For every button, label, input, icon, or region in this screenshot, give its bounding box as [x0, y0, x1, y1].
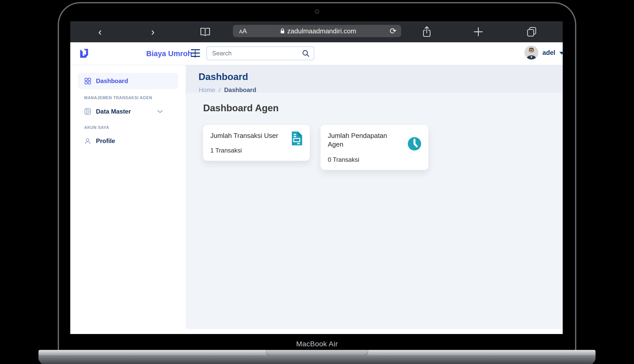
- app-logo[interactable]: [78, 48, 90, 60]
- card-jumlah-transaksi-user[interactable]: Jumlah Transaksi User: [203, 125, 310, 161]
- forward-button[interactable]: ›: [148, 21, 158, 42]
- card-value: 1 Transaksi: [210, 147, 242, 154]
- content-panel: Dashboard Agen Jumlah Transaksi User: [186, 93, 563, 329]
- lock-icon: [280, 28, 285, 34]
- search-icon[interactable]: [302, 49, 310, 57]
- sidebar-item-data-master[interactable]: Data Master: [78, 103, 178, 120]
- book-icon: [200, 27, 210, 36]
- section-heading: Dashboard Agen: [203, 103, 279, 114]
- app-header: Biaya Umroh |: [70, 42, 563, 65]
- sidebar-item-label: Dashboard: [96, 77, 128, 85]
- app-body: Dashboard MANAJEMEN TRANSAKSI AGEN Data …: [70, 65, 563, 329]
- sidebar-item-label: Profile: [96, 137, 115, 145]
- browser-window: ‹ › AA zadulmaadmandiri.com: [70, 21, 563, 334]
- avatar: [524, 46, 538, 59]
- page-title: Dashboard: [199, 72, 248, 82]
- tabs-icon: [527, 26, 537, 37]
- card-title: Jumlah Transaksi User: [210, 132, 303, 140]
- user-name: adel: [542, 49, 555, 56]
- new-tab-button[interactable]: [473, 21, 484, 42]
- search-box: [206, 46, 314, 60]
- webcam-dot: [315, 9, 319, 14]
- browser-toolbar: ‹ › AA zadulmaadmandiri.com: [70, 21, 563, 42]
- forward-icon: ›: [151, 27, 154, 37]
- text-size-button[interactable]: AA: [239, 27, 247, 35]
- url-text: zadulmaadmandiri.com: [287, 27, 356, 35]
- app-footer-strip: [70, 329, 563, 334]
- brand-title[interactable]: Biaya Umroh |: [146, 42, 196, 65]
- share-button[interactable]: [421, 21, 432, 42]
- card-jumlah-pendapatan-agen[interactable]: Jumlah Pendapatan Agen 0 Transaksi: [321, 125, 428, 170]
- sidebar: Dashboard MANAJEMEN TRANSAKSI AGEN Data …: [70, 65, 186, 329]
- sidebar-item-label: Data Master: [96, 108, 131, 115]
- card-value: 0 Transaksi: [328, 156, 359, 163]
- plus-icon: [473, 27, 483, 37]
- caret-down-icon: [559, 52, 564, 55]
- sidebar-item-profile[interactable]: Profile: [78, 133, 178, 149]
- address-bar[interactable]: AA zadulmaadmandiri.com ⟳: [233, 25, 401, 37]
- laptop-base-body: [38, 355, 596, 364]
- macbook-mockup: ‹ › AA zadulmaadmandiri.com: [0, 0, 634, 364]
- share-icon: [422, 26, 431, 38]
- clock-icon: [407, 137, 422, 152]
- tab-overview-button[interactable]: [526, 21, 537, 42]
- chevron-down-icon: [157, 110, 163, 113]
- person-icon: [84, 137, 91, 145]
- invoice-icon: [291, 131, 303, 147]
- sidebar-toggle-button[interactable]: [191, 49, 200, 57]
- main-content: Dashboard Home / Dashboard Dashboard Age…: [186, 65, 563, 329]
- sidebar-section-akun: AKUN SAYA: [84, 125, 109, 130]
- user-menu[interactable]: adel: [524, 46, 564, 59]
- brand-logo-icon: [78, 48, 90, 59]
- stat-cards: Jumlah Transaksi User: [203, 125, 428, 170]
- reload-button[interactable]: ⟳: [390, 27, 397, 35]
- device-label: MacBook Air: [0, 340, 634, 348]
- back-icon: ‹: [98, 27, 102, 37]
- url-area: zadulmaadmandiri.com: [247, 27, 390, 35]
- dashboard-grid-icon: [84, 77, 91, 85]
- sidebar-section-transaksi: MANAJEMEN TRANSAKSI AGEN: [84, 96, 152, 100]
- sidebar-item-dashboard[interactable]: Dashboard: [78, 73, 178, 89]
- reading-list-button[interactable]: [200, 21, 211, 42]
- back-button[interactable]: ‹: [95, 21, 105, 42]
- journal-icon: [84, 108, 91, 115]
- hamburger-icon: [191, 49, 200, 50]
- search-input[interactable]: [207, 50, 302, 57]
